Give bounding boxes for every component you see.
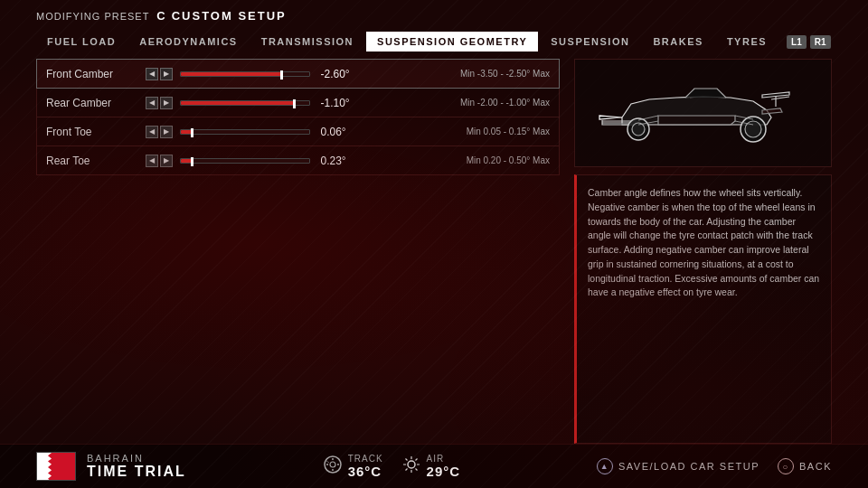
main-container: MODIFYING PRESET C CUSTOM SETUP FUEL LOA…: [0, 0, 868, 488]
slider-track[interactable]: [180, 71, 310, 77]
slider-thumb: [191, 128, 193, 137]
slider-fill: [181, 72, 284, 76]
svg-point-4: [632, 123, 645, 136]
slider-track[interactable]: [180, 129, 310, 135]
car-illustration: [595, 72, 812, 154]
bahrain-flag: [36, 452, 76, 481]
slider-thumb: [280, 70, 283, 80]
slider-track[interactable]: [180, 100, 310, 106]
slider-thumb: [293, 99, 296, 108]
slider-thumb: [191, 157, 193, 166]
slider-track[interactable]: [180, 158, 310, 164]
svg-line-1: [771, 97, 789, 99]
car-display: [574, 59, 832, 167]
slider-fill: [181, 101, 297, 105]
